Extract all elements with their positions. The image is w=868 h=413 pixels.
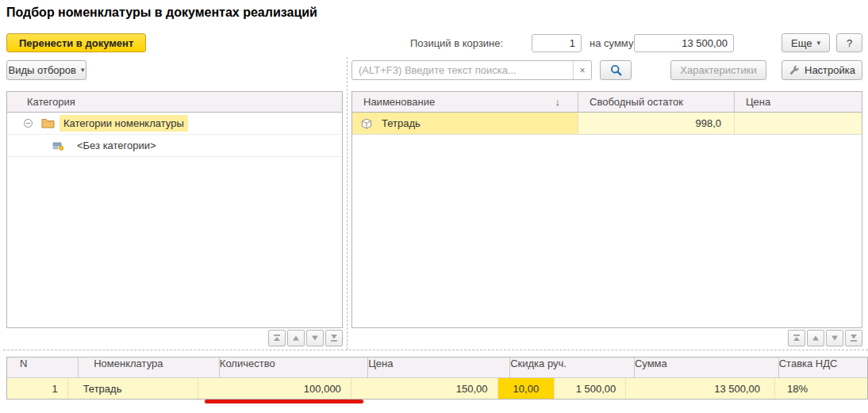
scroll-up-button[interactable] xyxy=(807,330,824,346)
column-sum-header[interactable]: Сумма xyxy=(635,358,779,377)
item-stock-value: 998,0 xyxy=(695,117,721,129)
cart-row[interactable]: 1 Тетрадь 100,000 150,00 10,00 1 500,00 … xyxy=(7,378,867,400)
cart-items-count-input[interactable] xyxy=(532,34,582,52)
cart-sum-input[interactable] xyxy=(634,34,734,52)
help-button-label: ? xyxy=(847,37,852,49)
table-row-item[interactable]: Тетрадь 998,0 xyxy=(352,113,862,135)
price-value: 150,00 xyxy=(456,383,488,395)
column-quantity-header[interactable]: Количество xyxy=(220,358,368,377)
nomenclature-value: Тетрадь xyxy=(83,383,122,395)
clear-search-button[interactable]: × xyxy=(573,61,591,79)
characteristics-label: Характеристики xyxy=(680,64,756,76)
list-item-icon xyxy=(52,141,64,151)
column-nomenclature-header[interactable]: Номенклатура xyxy=(79,358,220,377)
search-input-box: × xyxy=(351,60,592,80)
scroll-last-button[interactable] xyxy=(845,330,862,346)
settings-label: Настройка xyxy=(805,64,855,76)
column-price-label: Цена xyxy=(746,96,770,108)
column-price-label: Цена xyxy=(368,358,393,369)
cart-sum-label: на сумму: xyxy=(590,37,636,49)
category-column-header[interactable]: Категория xyxy=(7,92,342,113)
transfer-to-document-label: Перенести в документ xyxy=(19,37,133,49)
row-number-cell[interactable]: 1 xyxy=(7,378,68,399)
quantity-cell[interactable]: 100,000 xyxy=(198,378,351,399)
discount-sum-value: 1 500,00 xyxy=(576,383,616,395)
search-input[interactable] xyxy=(352,61,573,79)
tree-row-no-category[interactable]: <Без категории> xyxy=(7,135,342,157)
price-cell[interactable]: 150,00 xyxy=(351,378,498,399)
category-panel: Категория Категории номенклатуры <Без ка… xyxy=(6,91,343,328)
column-quantity-label: Количество xyxy=(220,358,275,369)
discount-percent-value: 10,00 xyxy=(513,383,540,395)
column-stock-header[interactable]: Свободный остаток xyxy=(578,92,734,112)
sum-cell[interactable]: 13 500,00 xyxy=(626,378,775,399)
scroll-last-button[interactable] xyxy=(325,330,343,346)
product-cube-icon xyxy=(361,118,372,129)
column-price-header[interactable]: Цена xyxy=(734,92,862,112)
characteristics-button[interactable]: Характеристики xyxy=(670,60,766,80)
column-n-header[interactable]: N xyxy=(7,358,79,377)
sum-value: 13 500,00 xyxy=(714,383,760,395)
column-n-label: N xyxy=(20,358,27,369)
item-name-cell[interactable]: Тетрадь xyxy=(352,113,578,134)
more-button[interactable]: Еще ▾ xyxy=(782,33,830,52)
tree-item-label: <Без категории> xyxy=(77,140,156,151)
column-discount-label: Скидка руч. xyxy=(510,358,567,369)
cart-table: N Номенклатура Количество Цена Скидка ру… xyxy=(6,357,868,400)
search-button[interactable] xyxy=(600,60,632,80)
column-nomenclature-label: Номенклатура xyxy=(94,358,163,369)
horizontal-splitter[interactable] xyxy=(3,350,868,350)
quantity-underline-annotation xyxy=(205,400,363,403)
filter-types-button[interactable]: Виды отборов ▾ xyxy=(6,60,86,80)
page-title: Подбор номенклатуры в документах реализа… xyxy=(6,6,317,20)
help-button[interactable]: ? xyxy=(836,33,862,52)
vat-cell[interactable]: 18% xyxy=(775,378,867,399)
filter-types-label: Виды отборов xyxy=(9,64,76,76)
settings-button[interactable]: Настройка xyxy=(782,60,862,80)
scroll-first-button[interactable] xyxy=(268,330,286,346)
column-vat-header[interactable]: Ставка НДС xyxy=(779,358,867,377)
column-stock-label: Свободный остаток xyxy=(590,96,683,108)
tree-row-categories-root[interactable]: Категории номенклатуры xyxy=(7,113,342,135)
nomenclature-cell[interactable]: Тетрадь xyxy=(68,378,198,399)
vertical-splitter[interactable] xyxy=(347,57,348,350)
row-number-value: 1 xyxy=(52,383,57,395)
transfer-to-document-button[interactable]: Перенести в документ xyxy=(6,33,146,52)
column-name-label: Наименование xyxy=(363,96,435,108)
nomenclature-picker-window: { "title": "Подбор номенклатуры в докуме… xyxy=(0,0,868,413)
vat-value: 18% xyxy=(787,383,808,395)
category-header-label: Категория xyxy=(27,96,75,108)
chevron-down-icon: ▾ xyxy=(816,40,820,47)
quantity-value: 100,000 xyxy=(304,383,341,395)
discount-sum-cell[interactable]: 1 500,00 xyxy=(555,378,626,399)
scroll-first-button[interactable] xyxy=(788,330,805,346)
column-vat-label: Ставка НДС xyxy=(779,358,838,369)
discount-percent-cell[interactable]: 10,00 xyxy=(498,378,555,399)
collapse-toggle-icon[interactable] xyxy=(24,119,33,128)
column-price-header[interactable]: Цена xyxy=(368,358,510,377)
item-price-cell[interactable] xyxy=(734,113,862,134)
chevron-down-icon: ▾ xyxy=(81,67,85,74)
item-name-label: Тетрадь xyxy=(382,117,421,129)
sort-descending-icon: ↓ xyxy=(555,96,561,108)
items-table-header: Наименование ↓ Свободный остаток Цена xyxy=(352,92,862,113)
search-icon xyxy=(610,64,622,76)
cart-items-count-label: Позиций в корзине: xyxy=(410,37,503,49)
more-button-label: Еще xyxy=(791,37,812,49)
close-icon: × xyxy=(579,65,585,76)
wrench-icon xyxy=(789,65,800,76)
scroll-down-button[interactable] xyxy=(306,330,324,346)
item-stock-cell[interactable]: 998,0 xyxy=(578,113,734,134)
scroll-up-button[interactable] xyxy=(287,330,305,346)
items-panel: Наименование ↓ Свободный остаток Цена Те… xyxy=(351,91,862,328)
cart-table-header: N Номенклатура Количество Цена Скидка ру… xyxy=(7,358,867,378)
scroll-down-button[interactable] xyxy=(826,330,843,346)
folder-icon xyxy=(41,118,55,128)
tree-item-label: Категории номенклатуры xyxy=(60,115,188,132)
column-name-header[interactable]: Наименование ↓ xyxy=(352,92,578,112)
column-sum-label: Сумма xyxy=(635,358,667,369)
column-discount-header[interactable]: Скидка руч. xyxy=(510,358,635,377)
